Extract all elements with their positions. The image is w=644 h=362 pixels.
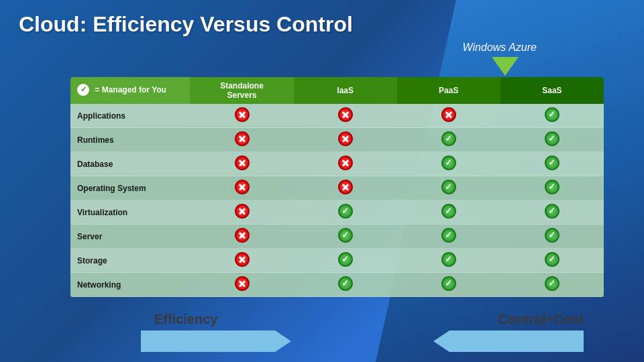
cell-saas [500, 152, 604, 176]
cell-paas [397, 273, 500, 297]
check-icon [545, 156, 559, 170]
check-icon [545, 252, 559, 267]
control-cost-arrow [449, 330, 584, 352]
header-standalone-label1: Standalone [220, 81, 264, 90]
cell-standalone [190, 273, 293, 297]
efficiency-label: Efficiency [154, 312, 217, 327]
header-saas: SaaS [500, 77, 604, 104]
table-row: Applications [70, 104, 604, 128]
cell-iaas [294, 225, 397, 249]
table-row: Storage [70, 249, 604, 273]
cell-iaas [294, 200, 397, 225]
check-icon [441, 131, 456, 146]
check-icon [545, 180, 559, 194]
check-icon [441, 252, 456, 267]
cell-saas [500, 128, 604, 152]
comparison-table: = Managed for You Standalone Servers Iaa… [70, 77, 604, 297]
cell-standalone [190, 200, 293, 225]
x-icon [235, 107, 250, 122]
azure-label: Windows Azure [463, 42, 537, 54]
cell-iaas [294, 152, 397, 176]
cell-iaas [294, 249, 397, 273]
check-icon [545, 276, 559, 291]
cell-iaas [294, 128, 397, 152]
arrows-row [134, 330, 590, 352]
cell-paas [397, 225, 500, 249]
cell-saas [500, 273, 604, 297]
header-managed: = Managed for You [70, 77, 190, 104]
x-icon [338, 156, 353, 170]
x-icon [235, 180, 250, 194]
cell-saas [500, 225, 604, 249]
cell-iaas [294, 176, 397, 200]
check-icon [441, 204, 456, 219]
bottom-labels: Efficiency Control+Cost [134, 312, 590, 327]
cell-standalone [190, 152, 293, 176]
control-cost-label: Control+Cost [498, 312, 584, 327]
cell-saas [500, 249, 604, 273]
cell-standalone [190, 225, 293, 249]
row-label: Storage [70, 249, 190, 273]
row-label: Virtualization [70, 200, 190, 225]
cell-paas [397, 104, 500, 128]
check-icon [441, 156, 456, 170]
header-standalone: Standalone Servers [190, 77, 293, 104]
table-row: Virtualization [70, 200, 604, 225]
check-icon [338, 276, 353, 291]
check-icon [338, 204, 353, 219]
row-label: Database [70, 152, 190, 176]
x-icon [235, 252, 250, 267]
x-icon [338, 131, 353, 146]
check-icon [545, 131, 559, 146]
cell-paas [397, 200, 500, 225]
x-icon [235, 156, 250, 170]
header-standalone-label2: Servers [227, 90, 256, 100]
cell-standalone [190, 249, 293, 273]
x-icon [338, 180, 353, 194]
cell-iaas [294, 273, 397, 297]
check-icon [441, 276, 456, 291]
page-title: Cloud: Efficiency Versus Control [19, 12, 353, 37]
cell-saas [500, 176, 604, 200]
table-row: Server [70, 225, 604, 249]
managed-icon [77, 84, 89, 96]
row-label: Server [70, 225, 190, 249]
comparison-table-container: = Managed for You Standalone Servers Iaa… [70, 77, 604, 297]
cell-paas [397, 176, 500, 200]
x-icon [235, 276, 250, 291]
header-iaas: IaaS [294, 77, 397, 104]
x-icon [338, 107, 353, 122]
cell-paas [397, 152, 500, 176]
row-label: Operating System [70, 176, 190, 200]
check-icon [545, 204, 559, 219]
cell-paas [397, 249, 500, 273]
cell-iaas [294, 104, 397, 128]
check-icon [441, 180, 456, 194]
efficiency-arrow [141, 330, 275, 352]
check-icon [545, 228, 559, 243]
table-row: Runtimes [70, 128, 604, 152]
x-icon [235, 204, 250, 219]
row-label: Applications [70, 104, 190, 128]
check-icon [545, 107, 559, 122]
check-icon [441, 228, 456, 243]
cell-saas [500, 104, 604, 128]
cell-standalone [190, 104, 293, 128]
header-managed-label: = Managed for You [95, 85, 166, 95]
row-label: Runtimes [70, 128, 190, 152]
x-icon [235, 131, 250, 146]
header-paas: PaaS [397, 77, 500, 104]
azure-arrow-down [492, 57, 519, 76]
row-label: Networking [70, 273, 190, 297]
x-icon [441, 107, 456, 122]
check-icon [338, 228, 353, 243]
table-row: Database [70, 152, 604, 176]
table-row: Networking [70, 273, 604, 297]
cell-saas [500, 200, 604, 225]
cell-paas [397, 128, 500, 152]
table-row: Operating System [70, 176, 604, 200]
x-icon [235, 228, 250, 243]
cell-standalone [190, 176, 293, 200]
cell-standalone [190, 128, 293, 152]
check-icon [338, 252, 353, 267]
